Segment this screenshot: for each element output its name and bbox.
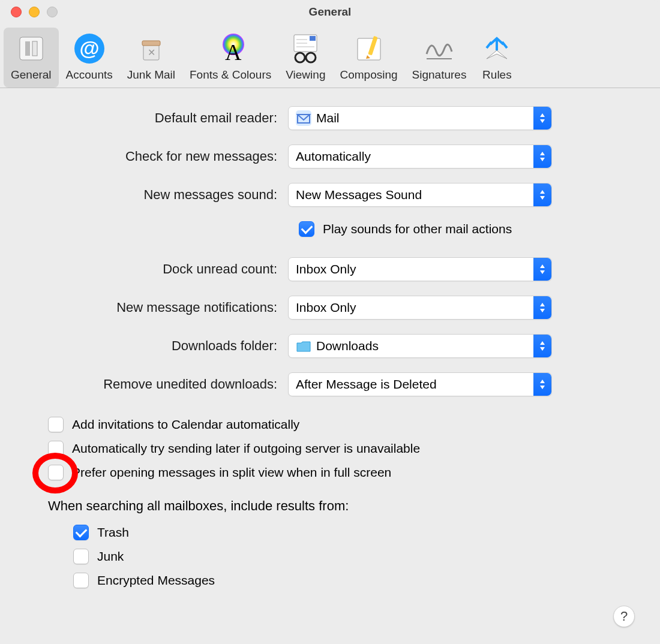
dock-popup[interactable]: Inbox Only	[288, 257, 552, 281]
svg-point-15	[295, 53, 305, 62]
checkbox-label: Add invitations to Calendar automaticall…	[72, 417, 299, 432]
svg-rect-1	[25, 41, 30, 56]
composing-icon	[353, 32, 385, 65]
svg-rect-11	[310, 36, 316, 41]
default-reader-popup[interactable]: Mail	[288, 106, 552, 130]
tab-general[interactable]: General	[4, 28, 59, 88]
svg-marker-29	[540, 190, 545, 194]
chevron-updown-icon	[533, 145, 551, 168]
popup-value: Mail	[316, 111, 340, 125]
folder-icon	[296, 338, 311, 354]
popup-value: New Messages Sound	[296, 188, 422, 202]
tab-rules[interactable]: Rules	[473, 28, 520, 88]
svg-marker-25	[540, 113, 545, 117]
chevron-updown-icon	[533, 335, 551, 357]
switch-icon	[15, 32, 47, 65]
tab-label: Signatures	[412, 68, 467, 82]
tab-accounts[interactable]: @ Accounts	[59, 28, 120, 88]
svg-marker-28	[540, 158, 545, 161]
svg-marker-35	[540, 341, 545, 345]
svg-marker-26	[540, 119, 545, 123]
tab-label: Fonts & Colours	[190, 68, 271, 82]
chevron-updown-icon	[533, 107, 551, 130]
svg-rect-0	[20, 37, 43, 60]
tab-label: Junk Mail	[127, 68, 175, 82]
play-sounds-checkbox[interactable]	[299, 221, 314, 237]
svg-marker-31	[540, 264, 545, 268]
tab-signatures[interactable]: Signatures	[405, 28, 474, 88]
svg-marker-33	[540, 303, 545, 306]
tab-label: Composing	[340, 68, 397, 82]
tab-junk-mail[interactable]: ✕ Junk Mail	[120, 28, 182, 88]
sound-popup[interactable]: New Messages Sound	[288, 183, 552, 207]
notifications-popup[interactable]: Inbox Only	[288, 296, 552, 320]
chevron-updown-icon	[533, 258, 551, 281]
popup-value: Automatically	[296, 149, 371, 164]
checkbox-label: Trash	[97, 525, 129, 540]
svg-marker-37	[540, 380, 545, 383]
checkbox-label: Automatically try sending later if outgo…	[72, 441, 420, 456]
tab-label: Rules	[482, 68, 512, 82]
label-remove-downloads: Remove unedited downloads:	[48, 377, 288, 392]
tab-label: General	[11, 68, 52, 82]
tab-fonts-colours[interactable]: A Fonts & Colours	[182, 28, 278, 88]
checkbox-label: Prefer opening messages in split view wh…	[72, 465, 391, 480]
svg-text:A: A	[225, 40, 242, 65]
svg-marker-32	[540, 270, 545, 274]
popup-value: Downloads	[316, 339, 379, 353]
chevron-updown-icon	[533, 373, 551, 396]
label-check-messages: Check for new messages:	[48, 149, 288, 164]
at-icon: @	[73, 32, 106, 65]
svg-marker-38	[540, 386, 545, 389]
chevron-updown-icon	[533, 296, 551, 319]
include-encrypted-checkbox[interactable]	[73, 573, 89, 588]
svg-text:@: @	[79, 37, 99, 59]
split-view-checkbox[interactable]	[48, 465, 64, 480]
popup-value: After Message is Deleted	[296, 377, 437, 392]
svg-point-16	[306, 53, 316, 62]
window-title: General	[0, 5, 660, 19]
check-messages-popup[interactable]: Automatically	[288, 145, 552, 168]
signature-icon	[423, 32, 455, 65]
auto-retry-checkbox[interactable]	[48, 441, 64, 456]
label-default-reader: Default email reader:	[48, 110, 288, 126]
include-trash-checkbox[interactable]	[73, 525, 89, 540]
label-sound: New messages sound:	[48, 187, 288, 203]
viewing-icon	[289, 32, 322, 65]
checkbox-label: Junk	[97, 549, 124, 564]
svg-rect-6	[142, 41, 160, 46]
help-icon: ?	[620, 609, 628, 624]
svg-marker-21	[487, 50, 507, 59]
svg-text:✕: ✕	[147, 47, 155, 58]
svg-marker-27	[540, 152, 545, 155]
search-section-heading: When searching all mailboxes, include re…	[48, 498, 612, 514]
checkbox-label: Play sounds for other mail actions	[323, 222, 512, 236]
svg-marker-34	[540, 309, 545, 312]
help-button[interactable]: ?	[613, 606, 635, 627]
label-dock: Dock unread count:	[48, 261, 288, 277]
label-notifications: New message notifications:	[48, 300, 288, 315]
svg-rect-17	[358, 38, 380, 60]
fonts-colours-icon: A	[214, 32, 247, 65]
tab-label: Viewing	[286, 68, 325, 82]
svg-rect-2	[32, 41, 37, 56]
trash-icon: ✕	[135, 32, 167, 65]
popup-value: Inbox Only	[296, 300, 356, 315]
svg-marker-36	[540, 347, 545, 351]
downloads-folder-popup[interactable]: Downloads	[288, 334, 552, 358]
mail-app-icon	[296, 110, 311, 126]
chevron-updown-icon	[533, 183, 551, 206]
tab-viewing[interactable]: Viewing	[278, 28, 332, 88]
include-junk-checkbox[interactable]	[73, 549, 89, 564]
add-invitations-checkbox[interactable]	[48, 417, 64, 432]
general-pane: Default email reader: Mail Check for new…	[0, 88, 660, 621]
popup-value: Inbox Only	[296, 262, 356, 276]
remove-downloads-popup[interactable]: After Message is Deleted	[288, 372, 552, 396]
label-downloads-folder: Downloads folder:	[48, 338, 288, 354]
preferences-toolbar: General @ Accounts ✕ Junk Mail A Fonts &…	[0, 24, 660, 88]
rules-icon	[481, 32, 513, 65]
checkbox-label: Encrypted Messages	[97, 573, 215, 588]
tab-composing[interactable]: Composing	[332, 28, 404, 88]
tab-label: Accounts	[66, 68, 113, 82]
titlebar: General	[0, 0, 660, 24]
